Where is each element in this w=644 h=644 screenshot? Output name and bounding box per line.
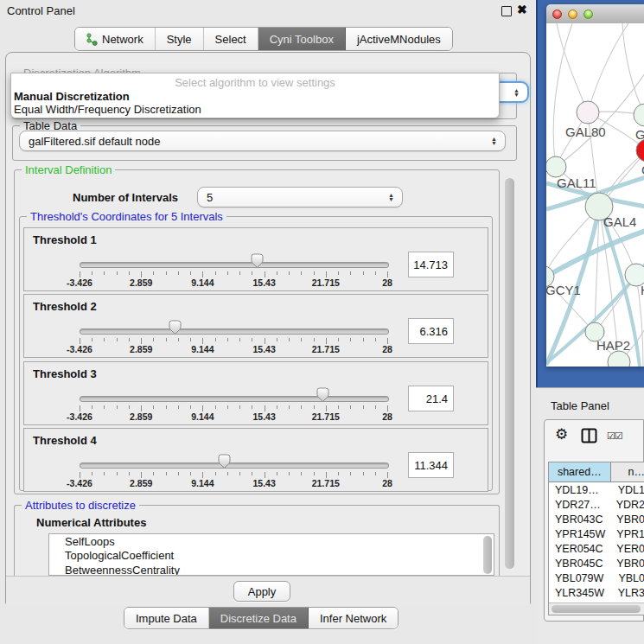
cell-shared-name: YDL19… [549,484,613,496]
table-row[interactable]: YPR145WYPR1 [549,526,644,541]
slider-tick-labels: -3.4262.8599.14415.4321.71528 [80,277,388,288]
threshold-slider[interactable] [80,328,389,335]
float-window-icon[interactable] [501,6,512,16]
cell-shared-name: YLR345W [549,587,613,599]
table-hscrollbar[interactable] [549,603,644,615]
table-row[interactable]: YBR045CYBR0 [549,556,644,571]
network-node[interactable] [634,104,644,126]
minimize-window-icon[interactable] [568,10,577,19]
table-row[interactable]: YBR043CYBR0 [549,512,644,526]
attribute-list-item[interactable]: TopologicalCoefficient [49,549,494,564]
table-row[interactable]: YLR345WYLR3 [549,585,644,600]
tab-network[interactable]: Network [75,28,156,50]
network-edge [557,23,588,112]
combo-value: galFiltered.sif default node [29,135,160,148]
zoom-window-icon[interactable] [583,10,593,19]
node-label: GAL80 [565,124,606,139]
threshold-row: Threshold 3 -3.4262.8599.14415.4321.7152… [23,361,488,425]
slider-thumb[interactable] [316,387,329,403]
app-root: { "panel": { "title": "Control Panel", "… [0,0,644,644]
vertical-scrollbar[interactable] [505,178,514,569]
network-canvas[interactable]: GAL80GACGAL11GAL4GCY1HHAP2 [546,23,644,367]
tab-cyni-toolbox[interactable]: Cyni Toolbox [258,28,346,50]
threshold-value-field[interactable]: 6.316 [408,318,454,344]
network-graph[interactable]: GAL80GACGAL11GAL4GCY1HHAP2 [546,23,644,367]
tab-impute-data[interactable]: Impute Data [124,608,209,628]
threshold-label: Threshold 4 [33,434,97,447]
tab-jactivemnodules[interactable]: jActiveMNodules [346,28,452,50]
threshold-slider[interactable] [80,396,389,402]
network-window-titlebar[interactable] [546,4,644,24]
cell-name: YBR0 [611,513,644,526]
tick-label: -3.426 [67,478,92,488]
apply-button[interactable]: Apply [233,581,290,602]
cell-shared-name: YBR045C [549,558,611,570]
tab-label: Select [215,33,246,46]
network-edge [588,23,628,112]
threshold-value-field[interactable]: 14.713 [408,252,454,277]
tick-label: 28 [382,411,392,422]
column-header-name[interactable]: n… [611,462,644,481]
columns-icon[interactable] [581,428,597,443]
panel-title: Control Panel [7,4,75,17]
network-node[interactable] [577,101,599,124]
tick-label: 28 [382,344,392,354]
algorithm-dropdown-popup: Select algorithm to view settings Manual… [10,73,500,118]
num-intervals-spinner[interactable]: 5 ▲▼ [197,187,403,207]
list-scrollbar[interactable] [483,536,492,574]
network-icon [86,33,98,46]
tab-discretize-data[interactable]: Discretize Data [209,608,309,628]
column-header-label: shared… [558,466,602,478]
node-table: shared… n… YDL19…YDL1YDR27…YDR2YBR043CYB… [548,462,644,615]
threshold-slider[interactable] [80,262,389,268]
popup-item-manual[interactable]: Manual Discretization [11,90,499,104]
table-row[interactable]: YBL079WYBL0 [549,571,644,585]
combo-arrows-icon: ▲▼ [491,137,497,145]
hscrollbar-thumb[interactable] [552,605,641,613]
close-icon[interactable]: ✖ [517,3,527,16]
network-edge [556,73,644,167]
control-panel: Control Panel ✖ Network Style Select Cyn… [0,0,536,644]
slider-tick-labels: -3.4262.8599.14415.4321.71528 [80,344,388,354]
tick-label: 15.43 [252,277,275,288]
network-edge [622,23,644,115]
close-window-icon[interactable] [552,10,562,19]
tick-label: 15.43 [252,478,275,488]
network-node[interactable] [546,156,566,177]
slider-thumb[interactable] [218,454,231,469]
cell-shared-name: YBL079W [549,572,613,584]
threshold-value-field[interactable]: 21.4 [408,386,454,411]
table-data-combobox[interactable]: galFiltered.sif default node ▲▼ [19,131,506,151]
threshold-value-field[interactable]: 11.344 [408,452,454,478]
column-header-shared[interactable]: shared… [549,462,611,481]
network-window[interactable]: GAL80GACGAL11GAL4GCY1HHAP2 [546,4,644,367]
slider-thumb[interactable] [169,320,182,335]
threshold-label: Threshold 3 [33,367,97,380]
slider-ticks [80,472,388,478]
cell-shared-name: YDR27… [549,499,611,511]
cell-shared-name: YPR145W [549,528,611,540]
threshold-row: Threshold 4 -3.4262.8599.14415.4321.7152… [23,428,488,492]
attributes-list[interactable]: SelfLoopsTopologicalCoefficientBetweenne… [48,533,494,576]
tab-style[interactable]: Style [156,28,204,50]
threshold-slider[interactable] [80,462,389,469]
popup-item-equal-width[interactable]: Equal Width/Frequency Discretization [11,103,499,117]
table-row[interactable]: YDL19…YDL1 [549,482,644,497]
tick-label: -3.426 [67,344,92,354]
tab-label: jActiveMNodules [357,33,441,46]
gear-icon[interactable]: ⚙ [555,427,568,442]
attribute-list-item[interactable]: SelfLoops [49,534,494,549]
tab-select[interactable]: Select [204,28,258,50]
table-row[interactable]: YDR27…YDR2 [549,497,644,512]
slider-tick-labels: -3.4262.8599.14415.4321.71528 [80,478,388,488]
tab-label: Impute Data [136,612,197,625]
tab-infer-network[interactable]: Infer Network [309,608,398,628]
select-columns-icon[interactable]: ☑☑ [607,430,622,442]
cell-shared-name: YER054C [549,543,611,555]
tick-label: 21.715 [312,478,340,488]
table-row[interactable]: YER054CYER0 [549,541,644,556]
num-intervals-label: Number of Intervals [73,191,178,204]
attribute-list-item[interactable]: BetweennessCentrality [49,563,494,576]
slider-thumb[interactable] [251,253,264,269]
bottom-tab-bar: Impute Data Discretize Data Infer Networ… [124,607,399,629]
